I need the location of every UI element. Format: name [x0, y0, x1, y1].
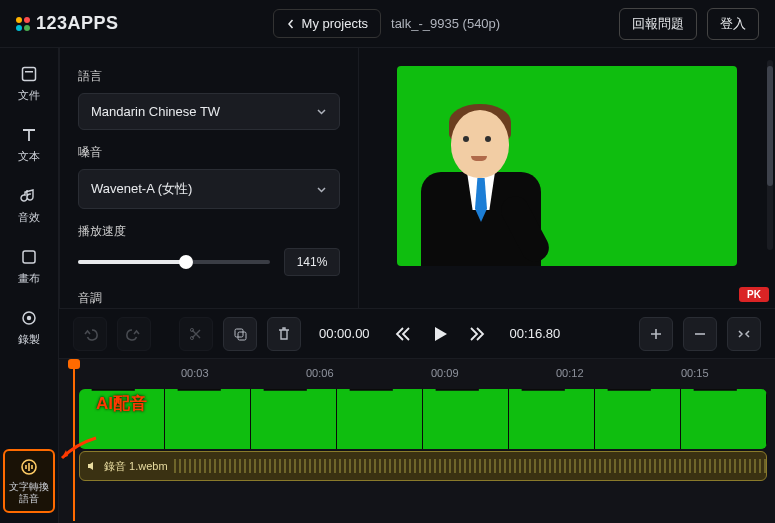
voice-value: Wavenet-A (女性)	[91, 180, 192, 198]
rewind-button[interactable]	[394, 325, 412, 343]
speed-value[interactable]: 141%	[284, 248, 340, 276]
svg-rect-1	[25, 71, 33, 73]
sidebar-item-audio[interactable]: 音效	[3, 182, 55, 229]
watermark: PK	[739, 287, 769, 302]
video-preview[interactable]	[397, 66, 737, 266]
main: 語言 Mandarin Chinese TW 嗓音 Wavenet-A (女性)…	[59, 48, 775, 523]
sidebar: 文件 文本 音效 畫布 錄製 文字轉換語音	[0, 48, 59, 523]
svg-point-4	[27, 316, 31, 320]
svg-rect-2	[23, 251, 35, 263]
tts-panel: 語言 Mandarin Chinese TW 嗓音 Wavenet-A (女性)…	[59, 48, 359, 308]
logo: 123APPS	[16, 13, 119, 34]
audio-clip-name: 錄音 1.webm	[104, 459, 168, 474]
header: 123APPS My projects talk_-_9935 (540p) 回…	[0, 0, 775, 48]
total-time: 00:16.80	[510, 326, 561, 341]
canvas-icon	[19, 247, 39, 267]
copy-button[interactable]	[223, 317, 257, 351]
text-icon	[19, 125, 39, 145]
annotation-arrow-icon	[56, 434, 100, 464]
back-to-projects-button[interactable]: My projects	[273, 9, 381, 38]
speed-label: 播放速度	[78, 223, 340, 240]
file-icon	[19, 64, 39, 84]
sidebar-item-tts[interactable]: 文字轉換語音	[3, 449, 55, 513]
annotation-label: AI配音	[96, 392, 147, 415]
sidebar-item-label: 文本	[18, 149, 40, 164]
speed-slider[interactable]	[78, 260, 270, 264]
sidebar-item-label: 文字轉換語音	[7, 481, 51, 505]
brand-name: 123APPS	[36, 13, 119, 34]
language-select[interactable]: Mandarin Chinese TW	[78, 93, 340, 130]
back-label: My projects	[302, 16, 368, 31]
avatar-figure	[411, 106, 561, 266]
language-label: 語言	[78, 68, 340, 85]
pitch-label: 音調	[78, 290, 340, 307]
audio-track[interactable]: 錄音 1.webm	[79, 451, 767, 481]
timeline[interactable]: 00:03 00:06 00:09 00:12 00:15 錄音 1.webm	[59, 358, 775, 523]
waveform	[174, 459, 766, 473]
play-button[interactable]	[430, 324, 450, 344]
tick: 00:03	[181, 367, 209, 379]
svg-rect-0	[23, 68, 36, 81]
svg-rect-9	[238, 332, 246, 340]
chevron-left-icon	[286, 19, 296, 29]
sidebar-item-label: 文件	[18, 88, 40, 103]
breadcrumb: My projects talk_-_9935 (540p)	[273, 9, 501, 38]
sidebar-item-text[interactable]: 文本	[3, 121, 55, 168]
chevron-down-icon	[316, 184, 327, 195]
tick: 00:06	[306, 367, 334, 379]
record-icon	[19, 308, 39, 328]
redo-button[interactable]	[117, 317, 151, 351]
undo-button[interactable]	[73, 317, 107, 351]
logo-dots-icon	[16, 17, 30, 31]
feedback-button[interactable]: 回報問題	[619, 8, 697, 40]
preview-area: PK	[359, 48, 775, 308]
delete-button[interactable]	[267, 317, 301, 351]
zoom-out-button[interactable]	[683, 317, 717, 351]
music-note-icon	[19, 186, 39, 206]
login-button[interactable]: 登入	[707, 8, 759, 40]
zoom-in-button[interactable]	[639, 317, 673, 351]
sidebar-item-label: 音效	[18, 210, 40, 225]
sidebar-item-label: 錄製	[18, 332, 40, 347]
tick: 00:09	[431, 367, 459, 379]
sidebar-item-label: 畫布	[18, 271, 40, 286]
voice-label: 嗓音	[78, 144, 340, 161]
chevron-down-icon	[316, 106, 327, 117]
fit-button[interactable]	[727, 317, 761, 351]
language-value: Mandarin Chinese TW	[91, 104, 220, 119]
timeline-ruler[interactable]: 00:03 00:06 00:09 00:12 00:15	[71, 359, 775, 387]
tts-icon	[19, 457, 39, 477]
forward-button[interactable]	[468, 325, 486, 343]
sidebar-item-file[interactable]: 文件	[3, 60, 55, 107]
svg-rect-8	[235, 329, 243, 337]
tick: 00:12	[556, 367, 584, 379]
timeline-toolbar: 00:00.00 00:16.80	[59, 308, 775, 358]
sidebar-item-record[interactable]: 錄製	[3, 304, 55, 351]
tick: 00:15	[681, 367, 709, 379]
sidebar-item-canvas[interactable]: 畫布	[3, 243, 55, 290]
header-right: 回報問題 登入	[619, 8, 759, 40]
video-track[interactable]	[79, 389, 767, 449]
cut-button[interactable]	[179, 317, 213, 351]
current-time: 00:00.00	[319, 326, 370, 341]
voice-select[interactable]: Wavenet-A (女性)	[78, 169, 340, 209]
project-filename: talk_-_9935 (540p)	[391, 16, 500, 31]
